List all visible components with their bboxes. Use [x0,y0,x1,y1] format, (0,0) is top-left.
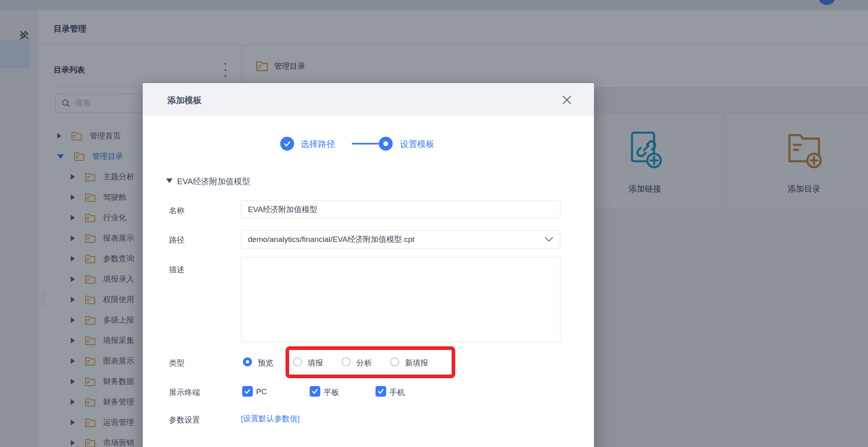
description-textarea[interactable] [241,257,560,342]
name-input[interactable]: EVA经济附加值模型 [241,201,560,219]
radio-preview[interactable] [243,357,252,366]
close-icon[interactable] [562,95,572,105]
checkbox-mobile[interactable] [376,386,386,397]
param-label: 参数设置 [169,415,200,425]
name-label: 名称 [169,205,184,216]
checkbox-tablet-label: 平板 [324,387,339,398]
step1-done-icon [280,137,294,151]
set-default-params-link[interactable]: [设置默认参数值] [241,413,300,424]
annotation-highlight-box [286,346,455,378]
radio-preview-label: 预览 [258,358,273,368]
path-value: demo/analytics/financial/EVA经济附加值模型.cpt [248,234,414,245]
checkbox-tablet[interactable] [310,386,320,397]
modal-title: 添加模板 [167,95,202,106]
name-value: EVA经济附加值模型 [248,204,317,215]
chevron-down-icon [544,237,553,242]
checkbox-pc[interactable] [242,386,253,397]
path-select[interactable]: demo/analytics/financial/EVA经济附加值模型.cpt [241,230,560,248]
checkbox-pc-label: PC [256,387,267,396]
section-title: EVA经济附加值模型 [177,176,250,187]
terminal-label: 展示终端 [169,387,200,398]
modal-header [143,83,594,116]
app-root: 目录管理 目录列表 搜索 管理首页 管理目录 主题分析 [0,0,868,447]
description-label: 描述 [169,264,184,275]
step2-label: 设置模板 [400,138,434,150]
path-label: 路径 [169,235,184,246]
add-template-modal: 添加模板 选择路径 设置模板 EVA经济附加值模型 名称 EVA经济附加值模型 … [143,83,594,447]
section-collapse-icon[interactable] [166,178,173,183]
checkbox-mobile-label: 手机 [389,387,405,398]
step-connector [352,143,379,144]
step1-label: 选择路径 [301,138,335,150]
panel-resize-handle[interactable] [40,292,46,305]
type-label: 类型 [169,358,184,368]
step2-current-icon [379,137,393,151]
